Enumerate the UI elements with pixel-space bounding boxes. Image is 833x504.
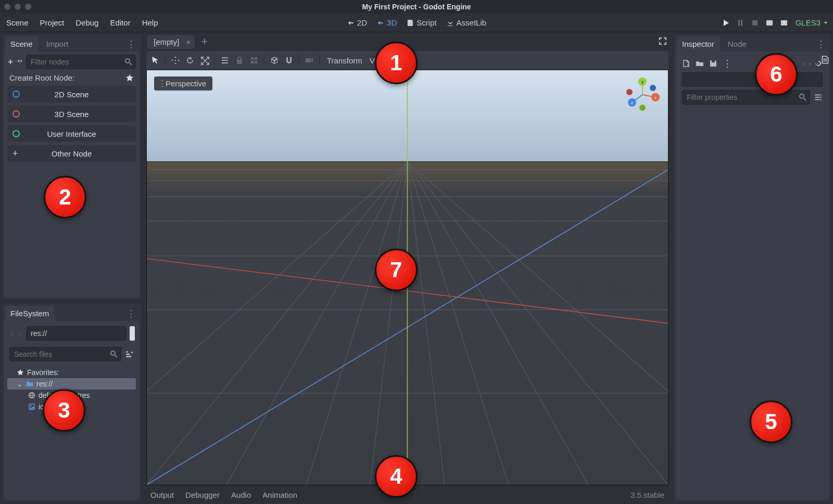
search-icon (799, 93, 807, 101)
window-traffic-lights[interactable] (4, 4, 31, 10)
window-close-icon[interactable] (4, 4, 10, 10)
star-icon (17, 369, 24, 376)
distraction-free-icon[interactable] (658, 36, 667, 47)
pause-icon[interactable] (736, 19, 744, 27)
root-option-ui[interactable]: User Interface (7, 125, 136, 142)
svg-text:y: y (641, 80, 643, 84)
menu-editor[interactable]: Editor (110, 18, 130, 27)
filesystem-view-toggle[interactable] (130, 326, 135, 341)
root-option-3d[interactable]: 3D Scene (7, 106, 136, 122)
download-icon (446, 19, 455, 27)
node-dock-tab[interactable]: Node (723, 36, 752, 51)
annotation-bubble: 5 (750, 400, 792, 443)
bottom-tab-output[interactable]: Output (150, 490, 174, 499)
control-icon (12, 130, 20, 137)
arrow-return-icon (376, 19, 385, 27)
bottom-tab-debugger[interactable]: Debugger (185, 490, 220, 499)
inspector-filter-input[interactable] (682, 90, 810, 105)
nav-back-icon[interactable]: ‹ (9, 328, 15, 339)
transform-menu[interactable]: Transform (327, 56, 362, 65)
svg-line-15 (408, 162, 668, 485)
search-icon (124, 58, 133, 66)
axis-gizmo[interactable]: x y z (624, 76, 661, 113)
bottom-tab-animation[interactable]: Animation (262, 490, 297, 499)
scene-file-tab[interactable]: [empty] × (147, 35, 195, 49)
lock-icon[interactable] (235, 56, 244, 65)
menu-debug[interactable]: Debug (75, 18, 98, 27)
add-node-icon[interactable] (7, 58, 14, 66)
docs-icon[interactable] (821, 55, 830, 64)
image-file-icon (28, 403, 35, 410)
renderer-selector[interactable]: GLES3 (796, 18, 829, 27)
plus-icon: + (12, 149, 18, 158)
link-icon[interactable] (17, 58, 23, 66)
workspace-tab-assetlib[interactable]: AssetLib (446, 18, 487, 27)
move-tool-icon[interactable] (171, 56, 180, 65)
filesystem-search-input[interactable] (9, 347, 121, 361)
svg-line-12 (408, 162, 445, 485)
play-scene-icon[interactable] (765, 19, 774, 27)
perspective-badge[interactable]: Perspective (154, 76, 212, 91)
window-minimize-icon[interactable] (15, 4, 21, 10)
select-tool-icon[interactable] (150, 56, 160, 65)
menu-project[interactable]: Project (40, 18, 65, 27)
scene-filter-input[interactable] (26, 55, 136, 69)
svg-point-4 (30, 405, 32, 407)
history-forward-icon[interactable]: › (809, 59, 811, 68)
inspector-object-field[interactable] (682, 72, 823, 87)
script-icon (406, 19, 414, 27)
workspace-tab-2d[interactable]: 2D (347, 18, 367, 27)
environment-file-icon (28, 392, 35, 399)
scale-tool-icon[interactable] (200, 56, 209, 65)
annotation-bubble: 6 (755, 53, 798, 96)
rotate-tool-icon[interactable] (185, 56, 195, 65)
filesystem-dock-tab[interactable]: FileSystem (5, 306, 54, 321)
history-back-icon[interactable]: ‹ (803, 59, 806, 68)
annotation-bubble: 2 (44, 176, 86, 218)
svg-text:z: z (631, 100, 633, 105)
svg-point-37 (639, 105, 646, 111)
window-zoom-icon[interactable] (25, 4, 31, 10)
filesystem-path-input[interactable] (26, 326, 127, 341)
inspector-dock-tab[interactable]: Inspector (677, 36, 720, 51)
play-custom-scene-icon[interactable] (780, 19, 788, 27)
svg-point-1 (111, 351, 115, 355)
snap-icon[interactable] (284, 56, 294, 65)
scene-dock-tab[interactable]: Scene (5, 36, 38, 51)
svg-point-39 (800, 94, 804, 98)
svg-line-13 (408, 162, 509, 485)
load-resource-icon[interactable] (696, 59, 704, 68)
bottom-tab-audio[interactable]: Audio (231, 490, 251, 499)
svg-line-9 (306, 162, 407, 485)
workspace-tab-3d[interactable]: 3D (376, 18, 397, 27)
list-select-icon[interactable] (220, 56, 230, 65)
scene-dock-menu-icon[interactable]: ⋮ (124, 38, 138, 50)
star-icon[interactable] (125, 74, 134, 82)
local-coords-icon[interactable] (270, 56, 279, 65)
workspace-tab-script[interactable]: Script (406, 18, 436, 27)
close-tab-icon[interactable]: × (186, 37, 191, 46)
stop-icon[interactable] (751, 19, 759, 27)
root-option-other[interactable]: + Other Node (7, 145, 136, 162)
sort-icon[interactable] (124, 350, 134, 359)
import-dock-tab[interactable]: Import (41, 36, 74, 51)
camera-preview-icon[interactable] (305, 56, 314, 65)
svg-text:x: x (654, 95, 657, 100)
inspector-dock-menu-icon[interactable]: ⋮ (814, 38, 828, 50)
save-resource-icon[interactable] (709, 59, 717, 68)
play-icon[interactable] (722, 19, 730, 27)
new-resource-icon[interactable] (682, 59, 690, 68)
favorites-row[interactable]: Favorites: (7, 367, 136, 378)
filesystem-dock-menu-icon[interactable]: ⋮ (124, 308, 138, 319)
nav-forward-icon[interactable]: › (18, 328, 23, 339)
group-icon[interactable] (249, 56, 259, 65)
settings-toggle-icon[interactable] (813, 93, 823, 102)
res-root-row[interactable]: ⌄ res:// (7, 378, 136, 390)
chevron-down-icon (823, 20, 829, 26)
add-scene-tab-icon[interactable]: + (199, 35, 210, 48)
menu-scene[interactable]: Scene (6, 18, 29, 27)
menu-help[interactable]: Help (142, 18, 158, 27)
root-option-2d[interactable]: 2D Scene (7, 86, 136, 102)
inspector-extra-menu-icon[interactable]: ⋮ (723, 58, 732, 69)
window-title: My First Project - Godot Engine (362, 3, 471, 11)
